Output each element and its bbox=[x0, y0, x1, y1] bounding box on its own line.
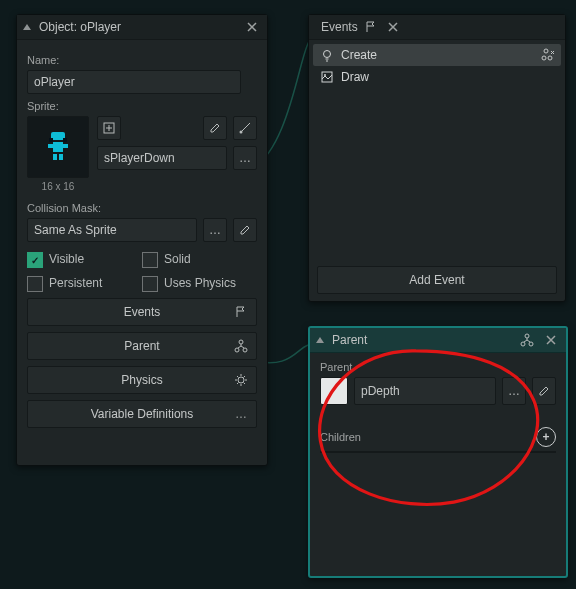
physics-button-label: Physics bbox=[121, 373, 162, 387]
events-list: Create Draw bbox=[309, 40, 565, 92]
solid-label: Solid bbox=[164, 252, 191, 266]
svg-point-7 bbox=[544, 49, 548, 53]
parent-object-input[interactable]: pDepth bbox=[354, 377, 496, 405]
close-icon[interactable] bbox=[384, 18, 402, 36]
name-input[interactable]: oPlayer bbox=[27, 70, 241, 94]
collision-mask-input[interactable]: Same As Sprite bbox=[27, 218, 197, 242]
events-button-label: Events bbox=[124, 305, 161, 319]
add-child-button[interactable]: + bbox=[536, 427, 556, 447]
close-icon[interactable] bbox=[243, 18, 261, 36]
svg-point-8 bbox=[542, 56, 546, 60]
svg-point-11 bbox=[324, 74, 326, 76]
add-event-button[interactable]: Add Event bbox=[317, 266, 557, 294]
events-title: Events bbox=[321, 20, 358, 34]
sprite-size: 16 x 16 bbox=[27, 181, 89, 192]
collision-edit-icon[interactable] bbox=[233, 218, 257, 242]
svg-point-13 bbox=[521, 342, 525, 346]
parent-edit-icon[interactable] bbox=[532, 377, 556, 405]
object-title: Object: oPlayer bbox=[39, 20, 237, 34]
edit-sprite-icon[interactable] bbox=[203, 116, 227, 140]
persistent-checkbox[interactable]: Persistent bbox=[27, 276, 142, 292]
parent-label: Parent bbox=[320, 361, 556, 373]
gear-icon bbox=[230, 370, 252, 390]
physics-label: Uses Physics bbox=[164, 276, 236, 290]
children-label: Children bbox=[320, 431, 536, 443]
parent-title: Parent bbox=[332, 333, 512, 347]
event-label: Create bbox=[341, 48, 377, 62]
variable-definitions-button[interactable]: Variable Definitions… bbox=[27, 400, 257, 428]
parent-titlebar: Parent bbox=[310, 328, 566, 353]
event-remove-icon[interactable] bbox=[541, 48, 555, 62]
add-event-label: Add Event bbox=[409, 273, 464, 287]
svg-point-3 bbox=[235, 348, 239, 352]
parent-browse-button[interactable]: … bbox=[502, 377, 526, 405]
svg-point-5 bbox=[238, 377, 244, 383]
sprite-preview-icon bbox=[45, 132, 71, 162]
visible-checkbox[interactable]: Visible bbox=[27, 252, 142, 268]
parent-object-thumb[interactable] bbox=[320, 377, 348, 405]
close-icon[interactable] bbox=[542, 331, 560, 349]
vardefs-button-label: Variable Definitions bbox=[91, 407, 194, 421]
collision-browse-button[interactable]: … bbox=[203, 218, 227, 242]
sprite-thumbnail[interactable] bbox=[27, 116, 89, 178]
event-label: Draw bbox=[341, 70, 369, 84]
paint-sprite-icon[interactable] bbox=[233, 116, 257, 140]
solid-checkbox[interactable]: Solid bbox=[142, 252, 257, 268]
svg-point-14 bbox=[529, 342, 533, 346]
event-item-draw[interactable]: Draw bbox=[313, 66, 561, 88]
events-button[interactable]: Events bbox=[27, 298, 257, 326]
sprite-label: Sprite: bbox=[27, 100, 257, 112]
svg-point-12 bbox=[525, 334, 529, 338]
ellipsis-icon: … bbox=[230, 404, 252, 424]
physics-button[interactable]: Physics bbox=[27, 366, 257, 394]
hierarchy-icon bbox=[518, 331, 536, 349]
object-titlebar: Object: oPlayer bbox=[17, 15, 267, 40]
parent-button[interactable]: Parent bbox=[27, 332, 257, 360]
events-panel: Events Create Draw Add Event bbox=[308, 14, 566, 302]
collapse-icon[interactable] bbox=[316, 337, 324, 343]
parent-panel: Parent Parent pDepth … Children + bbox=[308, 326, 568, 578]
visible-label: Visible bbox=[49, 252, 84, 266]
svg-point-4 bbox=[243, 348, 247, 352]
name-label: Name: bbox=[27, 54, 257, 66]
parent-button-label: Parent bbox=[124, 339, 159, 353]
svg-point-1 bbox=[240, 131, 243, 134]
flag-icon bbox=[364, 20, 378, 34]
svg-point-6 bbox=[324, 51, 331, 58]
divider bbox=[320, 451, 556, 453]
event-item-create[interactable]: Create bbox=[313, 44, 561, 66]
physics-checkbox[interactable]: Uses Physics bbox=[142, 276, 257, 292]
svg-point-9 bbox=[548, 56, 552, 60]
hierarchy-icon bbox=[230, 336, 252, 356]
lightbulb-icon bbox=[319, 47, 335, 63]
new-sprite-icon[interactable] bbox=[97, 116, 121, 140]
flag-icon bbox=[230, 302, 252, 322]
sprite-name-input[interactable]: sPlayerDown bbox=[97, 146, 227, 170]
persistent-label: Persistent bbox=[49, 276, 102, 290]
sprite-browse-button[interactable]: … bbox=[233, 146, 257, 170]
svg-point-2 bbox=[239, 340, 243, 344]
collapse-icon[interactable] bbox=[23, 24, 31, 30]
events-titlebar: Events bbox=[309, 15, 565, 40]
object-panel: Object: oPlayer Name: oPlayer Sprite: bbox=[16, 14, 268, 466]
draw-icon bbox=[319, 69, 335, 85]
collision-label: Collision Mask: bbox=[27, 202, 257, 214]
